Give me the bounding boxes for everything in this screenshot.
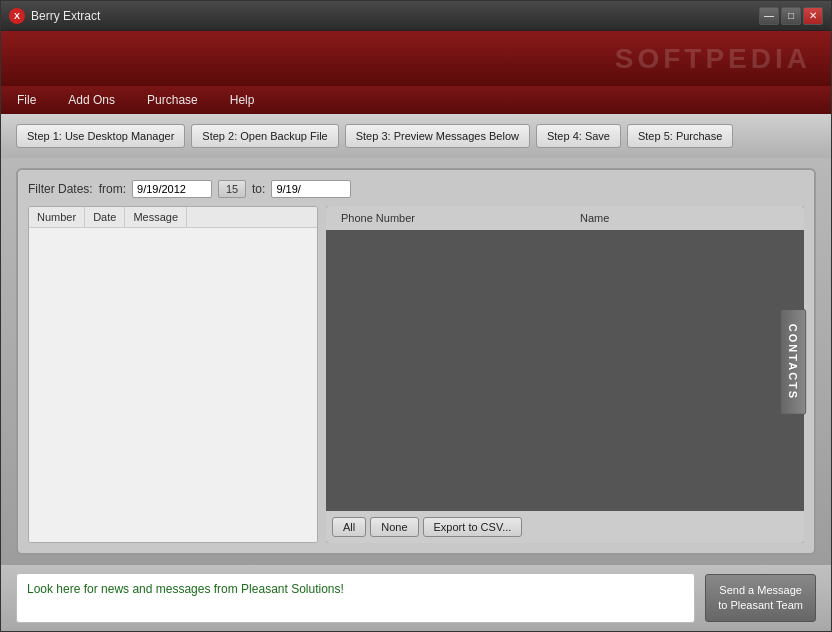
filter-to-date-input[interactable]: [271, 180, 351, 198]
news-area: Look here for news and messages from Ple…: [16, 573, 695, 623]
menu-help[interactable]: Help: [224, 90, 261, 110]
messages-header: Number Date Message: [29, 207, 317, 228]
contacts-col-phone: Phone Number: [326, 210, 565, 226]
split-area: Number Date Message Phone Number Name: [28, 206, 804, 543]
contacts-col-name: Name: [565, 210, 804, 226]
contacts-footer: All None Export to CSV...: [326, 511, 804, 543]
send-message-button[interactable]: Send a Message to Pleasant Team: [705, 574, 816, 623]
filter-from-spinner[interactable]: 15: [218, 180, 246, 198]
contacts-none-button[interactable]: None: [370, 517, 418, 537]
window-title: Berry Extract: [31, 9, 100, 23]
step3-button[interactable]: Step 3: Preview Messages Below: [345, 124, 530, 148]
messages-col-date: Date: [85, 207, 125, 227]
close-button[interactable]: ✕: [803, 7, 823, 25]
send-message-line1: Send a Message: [718, 583, 803, 598]
filter-from-label: from:: [99, 182, 126, 196]
content-area: Filter Dates: from: 15 to: Number Date M…: [1, 158, 831, 631]
main-panel: Filter Dates: from: 15 to: Number Date M…: [16, 168, 816, 555]
title-bar-left: X Berry Extract: [9, 8, 100, 24]
filter-to-label: to:: [252, 182, 265, 196]
contacts-header: Phone Number Name: [326, 206, 804, 230]
contacts-panel: Phone Number Name All None Export to CSV…: [326, 206, 804, 543]
filter-from-date-input[interactable]: [132, 180, 212, 198]
menu-bar: File Add Ons Purchase Help: [1, 86, 831, 114]
messages-col-number: Number: [29, 207, 85, 227]
app-logo-icon: X: [9, 8, 25, 24]
minimize-button[interactable]: —: [759, 7, 779, 25]
messages-col-message: Message: [125, 207, 187, 227]
filter-dates-label: Filter Dates:: [28, 182, 93, 196]
contacts-tab[interactable]: CONTACTS: [780, 308, 806, 414]
bottom-bar: Look here for news and messages from Ple…: [1, 565, 831, 631]
header-banner: [1, 31, 831, 86]
step2-button[interactable]: Step 2: Open Backup File: [191, 124, 338, 148]
filter-row: Filter Dates: from: 15 to:: [28, 180, 804, 198]
main-area-wrapper: Filter Dates: from: 15 to: Number Date M…: [1, 158, 831, 565]
menu-addons[interactable]: Add Ons: [62, 90, 121, 110]
steps-toolbar: Step 1: Use Desktop Manager Step 2: Open…: [1, 114, 831, 158]
menu-purchase[interactable]: Purchase: [141, 90, 204, 110]
title-bar: X Berry Extract — □ ✕: [1, 1, 831, 31]
step5-button[interactable]: Step 5: Purchase: [627, 124, 733, 148]
menu-file[interactable]: File: [11, 90, 42, 110]
send-message-line2: to Pleasant Team: [718, 598, 803, 613]
step4-button[interactable]: Step 4: Save: [536, 124, 621, 148]
contacts-export-button[interactable]: Export to CSV...: [423, 517, 523, 537]
messages-panel: Number Date Message: [28, 206, 318, 543]
step1-button[interactable]: Step 1: Use Desktop Manager: [16, 124, 185, 148]
title-controls: — □ ✕: [759, 7, 823, 25]
app-window: X Berry Extract — □ ✕ File Add Ons Purch…: [0, 0, 832, 632]
contacts-all-button[interactable]: All: [332, 517, 366, 537]
news-text: Look here for news and messages from Ple…: [27, 582, 344, 596]
maximize-button[interactable]: □: [781, 7, 801, 25]
messages-body[interactable]: [29, 228, 317, 542]
contacts-body[interactable]: [326, 230, 804, 511]
